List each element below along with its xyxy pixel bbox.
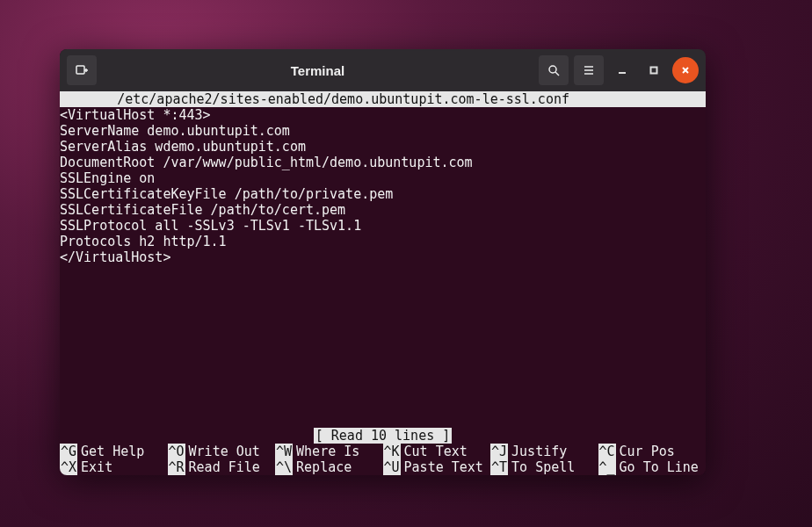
minimize-button[interactable] <box>609 57 635 83</box>
shortcut-key: ^C <box>598 444 616 459</box>
svg-line-4 <box>555 72 559 76</box>
shortcut-item: ^GGet Help <box>60 444 168 459</box>
shortcut-label: Cut Text <box>401 444 468 459</box>
shortcut-label: Paste Text <box>401 459 483 475</box>
shortcut-label: Where Is <box>293 444 359 459</box>
shortcut-item: ^TTo Spell <box>490 459 598 475</box>
shortcut-item: ^WWhere Is <box>275 444 383 459</box>
shortcut-key: ^O <box>168 444 185 459</box>
shortcut-key: ^W <box>275 444 293 459</box>
shortcut-label: Replace <box>293 459 352 475</box>
shortcut-key: ^\ <box>275 459 293 475</box>
shortcut-key: ^K <box>383 444 401 459</box>
shortcut-key: ^_ <box>598 459 616 475</box>
shortcut-label: Exit <box>77 459 112 475</box>
shortcut-label: Cur Pos <box>616 444 675 459</box>
shortcut-label: To Spell <box>508 459 575 475</box>
shortcut-key: ^U <box>383 459 401 475</box>
shortcut-label: Go To Line <box>616 459 699 475</box>
new-tab-button[interactable] <box>67 55 97 85</box>
shortcut-key: ^R <box>168 459 185 475</box>
shortcut-key: ^G <box>60 444 77 459</box>
shortcut-label: Get Help <box>77 444 144 459</box>
shortcut-item: ^KCut Text <box>383 444 491 459</box>
nano-filepath-bar: /etc/apache2/sites-enabled/demo.ubuntupi… <box>60 91 706 107</box>
nano-shortcuts: ^GGet Help^OWrite Out^WWhere Is^KCut Tex… <box>60 444 706 475</box>
window-title: Terminal <box>102 63 533 78</box>
svg-point-3 <box>549 66 556 73</box>
shortcut-label: Write Out <box>185 444 260 459</box>
shortcut-item: ^_Go To Line <box>598 459 707 475</box>
search-button[interactable] <box>539 55 569 85</box>
file-content[interactable]: <VirtualHost *:443> ServerName demo.ubun… <box>60 107 706 428</box>
shortcut-item: ^RRead File <box>168 459 276 475</box>
svg-rect-9 <box>651 68 657 74</box>
shortcut-item: ^OWrite Out <box>168 444 276 459</box>
close-icon <box>681 66 690 75</box>
shortcut-key: ^T <box>490 459 508 475</box>
menu-button[interactable] <box>574 55 604 85</box>
terminal-body[interactable]: /etc/apache2/sites-enabled/demo.ubuntupi… <box>60 91 706 475</box>
search-icon <box>547 63 561 77</box>
shortcut-label: Justify <box>508 444 567 459</box>
maximize-button[interactable] <box>641 57 667 83</box>
shortcut-item: ^XExit <box>60 459 168 475</box>
status-text: [ Read 10 lines ] <box>314 428 453 444</box>
shortcut-label: Read File <box>185 459 260 475</box>
shortcut-item: ^\Replace <box>275 459 383 475</box>
nano-status-bar: [ Read 10 lines ] <box>60 428 706 444</box>
shortcut-item: ^CCur Pos <box>598 444 707 459</box>
hamburger-icon <box>582 63 596 77</box>
shortcut-key: ^X <box>60 459 77 475</box>
new-tab-icon <box>75 63 89 77</box>
minimize-icon <box>618 66 627 75</box>
svg-rect-0 <box>76 66 84 74</box>
shortcut-item: ^UPaste Text <box>383 459 491 475</box>
shortcut-item: ^JJustify <box>490 444 598 459</box>
titlebar: Terminal <box>60 49 706 91</box>
maximize-icon <box>649 66 658 75</box>
terminal-window: Terminal /etc/apache2/sites-enabled/demo… <box>60 49 706 475</box>
shortcut-key: ^J <box>490 444 508 459</box>
close-button[interactable] <box>672 57 699 83</box>
